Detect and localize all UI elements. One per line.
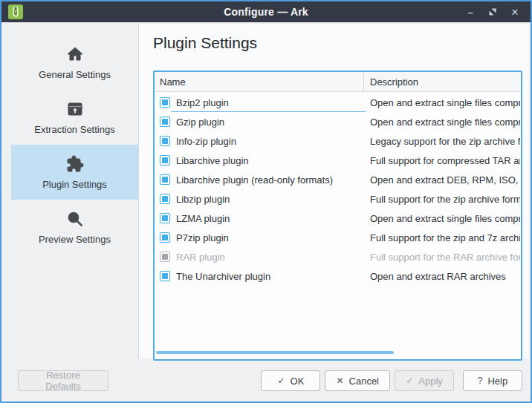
plugin-name: Libarchive plugin (read-only formats) [176, 170, 363, 189]
plugin-description: Open and extract RAR archives [370, 266, 520, 286]
table-row[interactable]: Bzip2 plugin Open and extract single fil… [155, 93, 521, 112]
table-body: Bzip2 plugin Open and extract single fil… [155, 93, 521, 286]
sidebar-item-plugin-settings[interactable]: Plugin Settings [11, 145, 138, 200]
table-row[interactable]: RAR plugin Full support for the RAR arch… [155, 247, 521, 266]
table-row[interactable]: Libzip plugin Full support for the zip a… [155, 189, 521, 209]
plugin-description: Open and extract DEB, RPM, ISO, AppImage… [370, 170, 520, 189]
checkbox-check [162, 99, 168, 105]
plugin-checkbox[interactable] [160, 174, 170, 185]
sidebar-item-general-settings[interactable]: General Settings [11, 35, 138, 90]
table-row[interactable]: Gzip plugin Open and extract single file… [155, 112, 521, 131]
content-pane: Plugin Settings Name Description Bzip2 p… [138, 24, 529, 358]
table-row[interactable]: Libarchive plugin (read-only formats) Op… [155, 170, 521, 189]
checkbox-check [162, 273, 168, 279]
plugin-description: Full support for compressed TAR archives [370, 151, 520, 170]
plugin-name: Bzip2 plugin [176, 93, 363, 112]
column-header-name[interactable]: Name [160, 72, 360, 92]
question-icon: ? [478, 376, 483, 386]
maximize-icon[interactable] [481, 1, 504, 22]
magnifier-icon [65, 209, 85, 229]
table-row[interactable]: P7zip plugin Full support for the zip an… [155, 228, 521, 247]
sidebar-item-label: General Settings [39, 69, 111, 80]
ok-button[interactable]: ✓ OK [261, 370, 320, 391]
plugin-description: Open and extract single files compressed… [370, 93, 520, 112]
plugin-checkbox[interactable] [160, 155, 170, 166]
plugin-description: Legacy support for the zip archive forma… [370, 131, 520, 151]
sidebar-item-label: Extraction Settings [34, 124, 114, 135]
checkbox-check [162, 177, 168, 183]
close-icon[interactable]: ✕ [504, 1, 526, 22]
sidebar-item-preview-settings[interactable]: Preview Settings [11, 200, 138, 255]
help-button[interactable]: ? Help [463, 370, 522, 391]
plugin-name: Libzip plugin [176, 189, 363, 209]
archive-extract-icon [65, 99, 85, 119]
sidebar-item-label: Plugin Settings [42, 179, 107, 190]
plugin-name: Info-zip plugin [176, 131, 363, 151]
checkbox-check [162, 254, 168, 260]
plugin-checkbox[interactable] [160, 252, 170, 262]
plugin-description: Full support for the RAR archive format [370, 247, 520, 266]
table-row[interactable]: The Unarchiver plugin Open and extract R… [155, 266, 521, 286]
checkbox-check [162, 235, 168, 240]
apply-button[interactable]: ✓ Apply [395, 370, 454, 391]
dialog-buttons: ✓ OK ✕ Cancel ✓ Apply ? Help [256, 370, 522, 391]
table-row[interactable]: Libarchive plugin Full support for compr… [155, 151, 521, 170]
minimize-icon[interactable]: – [459, 1, 481, 22]
check-icon: ✓ [278, 376, 285, 386]
plugin-name: Gzip plugin [176, 112, 363, 131]
settings-category-list: General Settings Extraction Settings Plu… [11, 35, 138, 255]
configure-dialog: Configure — Ark – ✕ General Settings Ext… [0, 0, 532, 403]
cancel-button[interactable]: ✕ Cancel [325, 370, 390, 391]
plugin-description: Open and extract single files compressed… [370, 112, 520, 131]
restore-defaults-button[interactable]: Restore Defaults [18, 370, 108, 391]
plugin-name: P7zip plugin [176, 228, 363, 247]
plugin-checkbox[interactable] [160, 232, 170, 243]
plugin-name: LZMA plugin [176, 209, 363, 228]
sidebar-item-extraction-settings[interactable]: Extraction Settings [11, 90, 138, 145]
plugin-description: Full support for the zip and 7z archive … [370, 228, 520, 247]
dialog-body: General Settings Extraction Settings Plu… [3, 24, 529, 400]
home-icon [65, 45, 85, 64]
page-title: Plugin Settings [153, 34, 257, 52]
sidebar-item-label: Preview Settings [39, 234, 111, 245]
plugin-name: The Unarchiver plugin [176, 266, 363, 286]
checkbox-check [162, 138, 168, 144]
plugin-checkbox[interactable] [160, 271, 170, 281]
plugin-name: Libarchive plugin [176, 151, 363, 170]
table-row[interactable]: Info-zip plugin Legacy support for the z… [155, 131, 521, 151]
puzzle-piece-icon [65, 154, 85, 174]
horizontal-scrollbar[interactable] [156, 351, 394, 354]
column-divider[interactable] [363, 72, 364, 92]
dialog-footer: Restore Defaults ✓ OK ✕ Cancel ✓ Apply ?… [3, 358, 529, 400]
checkbox-check [162, 157, 168, 163]
checkbox-check [162, 119, 168, 125]
plugin-description: Full support for the zip archive format [370, 189, 520, 209]
plugin-name: RAR plugin [176, 247, 363, 266]
plugin-checkbox[interactable] [160, 194, 170, 204]
table-header: Name Description [155, 72, 521, 92]
checkbox-check [162, 196, 168, 202]
titlebar[interactable]: Configure — Ark – ✕ [1, 1, 531, 22]
plugin-checkbox[interactable] [160, 117, 170, 127]
table-row[interactable]: LZMA plugin Open and extract single file… [155, 209, 521, 228]
check-icon: ✓ [406, 376, 413, 386]
plugin-checkbox[interactable] [160, 136, 170, 146]
plugin-checkbox[interactable] [160, 97, 170, 108]
cross-icon: ✕ [336, 376, 343, 386]
column-header-description[interactable]: Description [370, 72, 521, 92]
plugin-table[interactable]: Name Description Bzip2 plugin Open and e… [153, 71, 522, 361]
plugin-description: Open and extract single files compressed… [370, 209, 520, 228]
checkbox-check [162, 215, 168, 221]
window-title: Configure — Ark [1, 6, 531, 18]
plugin-checkbox[interactable] [160, 213, 170, 223]
window-controls: – ✕ [459, 1, 526, 22]
settings-sidebar: General Settings Extraction Settings Plu… [3, 24, 138, 400]
